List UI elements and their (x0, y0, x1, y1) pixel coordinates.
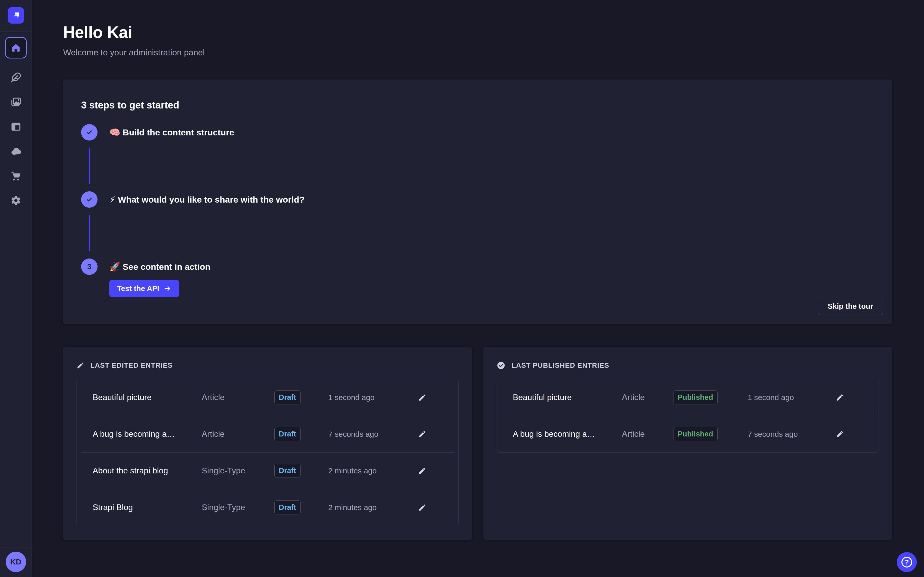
sidebar-bottom: KD (0, 547, 32, 577)
step-3-circle: 3 (81, 258, 97, 275)
last-edited-table: Beautiful picture Article Draft 1 second… (76, 379, 459, 526)
status-badge: Draft (275, 500, 300, 514)
entry-time: 7 seconds ago (748, 430, 832, 438)
last-edited-header: LAST EDITED ENTRIES (76, 361, 459, 370)
entry-title: Beautiful picture (513, 393, 622, 402)
main-content: Hello Kai Welcome to your administration… (32, 0, 924, 577)
pencil-icon (76, 362, 84, 369)
user-avatar[interactable]: KD (6, 551, 26, 572)
entry-type: Single-Type (202, 466, 275, 475)
last-published-table: Beautiful picture Article Published 1 se… (497, 379, 879, 453)
entry-time: 2 minutes ago (328, 503, 418, 512)
edit-entry-button[interactable] (418, 503, 426, 512)
question-mark-icon: ? (901, 557, 912, 567)
entry-time: 7 seconds ago (328, 430, 418, 438)
entry-title: A bug is becoming a… (513, 429, 622, 439)
edit-pencil-icon (418, 393, 426, 401)
table-row[interactable]: A bug is becoming a… Article Published 7… (497, 416, 879, 452)
entry-type: Single-Type (202, 503, 275, 512)
step-1-label: 🧠 Build the content structure (109, 127, 234, 137)
edit-entry-button[interactable] (836, 393, 844, 401)
step-2-circle (81, 191, 97, 208)
last-edited-title: LAST EDITED ENTRIES (90, 362, 173, 369)
status-badge: Published (673, 390, 718, 405)
entry-title: Beautiful picture (93, 393, 202, 402)
edit-entry-button[interactable] (418, 430, 426, 438)
step-row: 3 🚀 See content in action (81, 258, 874, 275)
sidebar-item-media-library[interactable] (5, 97, 27, 108)
skip-tour-button[interactable]: Skip the tour (818, 298, 883, 315)
sidebar-divider (0, 31, 32, 32)
status-badge: Published (673, 427, 718, 441)
sidebar-item-content-type-builder[interactable] (5, 72, 27, 83)
entries-cards-row: LAST EDITED ENTRIES Beautiful picture Ar… (63, 347, 892, 540)
table-row[interactable]: Beautiful picture Article Draft 1 second… (77, 379, 459, 416)
entry-time: 2 minutes ago (328, 466, 418, 475)
last-edited-card: LAST EDITED ENTRIES Beautiful picture Ar… (63, 347, 472, 540)
entry-type: Article (202, 393, 275, 402)
status-badge: Draft (275, 390, 300, 405)
table-row[interactable]: Strapi Blog Single-Type Draft 2 minutes … (77, 489, 459, 526)
sidebar-item-deploy[interactable] (5, 146, 27, 157)
last-published-header: LAST PUBLISHED ENTRIES (497, 361, 879, 370)
arrow-right-icon (164, 285, 171, 292)
entry-time: 1 second ago (748, 393, 832, 402)
table-row[interactable]: A bug is becoming a… Article Draft 7 sec… (77, 416, 459, 452)
entry-type: Article (622, 429, 673, 439)
status-badge: Draft (275, 427, 300, 441)
entry-title: About the strapi blog (93, 466, 202, 475)
step-3-label: 🚀 See content in action (109, 261, 210, 272)
sidebar: KD (0, 0, 32, 577)
sidebar-nav (5, 37, 27, 206)
sidebar-divider (0, 547, 32, 548)
step-connector (89, 148, 90, 184)
last-published-title: LAST PUBLISHED ENTRIES (512, 362, 609, 369)
help-button[interactable]: ? (897, 552, 917, 572)
steps-list: 🧠 Build the content structure ⚡ What wou… (81, 124, 874, 297)
edit-pencil-icon (836, 393, 844, 401)
status-badge: Draft (275, 464, 300, 478)
last-published-card: LAST PUBLISHED ENTRIES Beautiful picture… (483, 347, 892, 540)
onboarding-title: 3 steps to get started (81, 100, 874, 111)
sidebar-item-marketplace[interactable] (5, 170, 27, 182)
edit-entry-button[interactable] (418, 393, 426, 401)
media-library-icon (11, 97, 21, 108)
test-api-button[interactable]: Test the API (109, 280, 179, 297)
check-icon (86, 196, 93, 203)
settings-gear-icon (11, 195, 21, 206)
entry-time: 1 second ago (328, 393, 418, 402)
entry-type: Article (622, 393, 673, 402)
feather-icon (11, 72, 21, 83)
sidebar-item-settings[interactable] (5, 195, 27, 206)
strapi-logo-mark (10, 10, 22, 21)
onboarding-card: 3 steps to get started 🧠 Build the conte… (63, 79, 892, 324)
step-connector (89, 215, 90, 251)
sidebar-item-home[interactable] (5, 37, 27, 58)
test-api-label: Test the API (117, 284, 159, 293)
page-subtitle: Welcome to your administration panel (63, 47, 892, 58)
entry-title: Strapi Blog (93, 503, 202, 512)
step-row: ⚡ What would you like to share with the … (81, 191, 874, 208)
step-3-number: 3 (87, 262, 92, 271)
check-circle-icon (497, 361, 506, 370)
content-manager-icon (11, 121, 21, 132)
check-icon (86, 129, 93, 136)
entry-title: A bug is becoming a… (93, 429, 202, 439)
edit-pencil-icon (836, 430, 844, 438)
cloud-icon (11, 146, 21, 157)
home-icon (11, 43, 21, 53)
step-2-label: ⚡ What would you like to share with the … (109, 194, 305, 205)
marketplace-cart-icon (11, 171, 21, 181)
edit-pencil-icon (418, 503, 426, 512)
page-title: Hello Kai (63, 23, 892, 42)
edit-entry-button[interactable] (836, 430, 844, 438)
edit-entry-button[interactable] (418, 467, 426, 475)
strapi-logo-icon[interactable] (8, 7, 24, 24)
table-row[interactable]: Beautiful picture Article Published 1 se… (497, 379, 879, 416)
table-row[interactable]: About the strapi blog Single-Type Draft … (77, 452, 459, 489)
entry-type: Article (202, 429, 275, 439)
step-row: 🧠 Build the content structure (81, 124, 874, 140)
edit-pencil-icon (418, 467, 426, 475)
sidebar-item-content-manager[interactable] (5, 121, 27, 132)
step-1-circle (81, 124, 97, 140)
